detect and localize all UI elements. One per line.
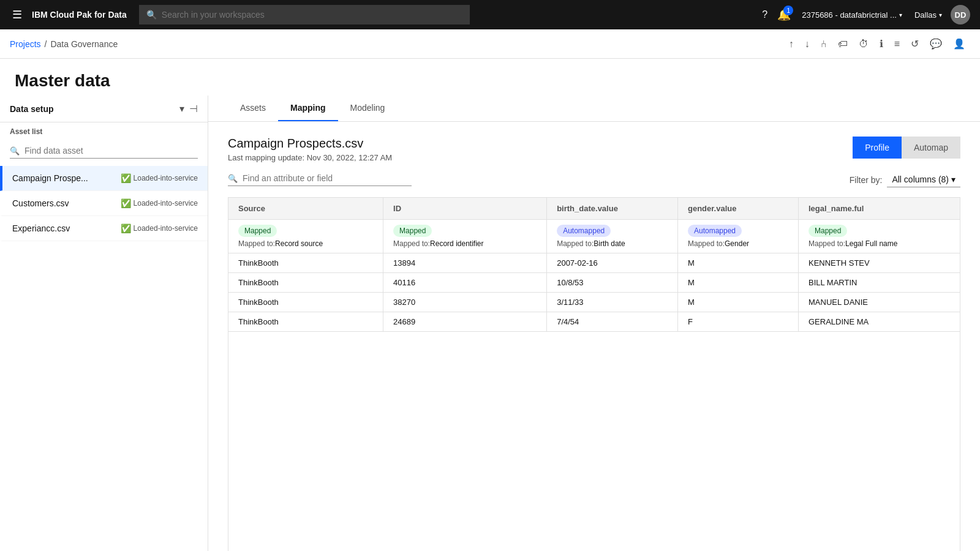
status-text-experiancc: Loaded-into-service — [134, 224, 198, 233]
attr-search-icon: 🔍 — [228, 174, 238, 183]
cell-source-3: ThinkBooth — [228, 312, 383, 332]
data-table-container[interactable]: Source ID birth_date.value gender.value … — [228, 197, 960, 551]
data-setup-title: Data setup — [10, 104, 54, 114]
list-icon[interactable]: ≡ — [889, 35, 905, 53]
cell-birth-date-1: 10/8/53 — [547, 273, 678, 293]
cell-birth-date-mapping: Automapped Mapped to:Birth date — [547, 220, 678, 253]
cell-legal-name-2: MANUEL DANIE — [799, 293, 960, 312]
search-icon: 🔍 — [146, 10, 157, 20]
mapped-to-id: Mapped to:Record identifier — [393, 239, 537, 248]
asset-item-experiancc[interactable]: Experiancc.csv ✅ Loaded-into-service — [0, 216, 208, 241]
status-text-campaign: Loaded-into-service — [134, 174, 198, 182]
tag-icon[interactable]: 🏷 — [833, 35, 853, 53]
col-source: Source — [228, 198, 383, 220]
table-mapping-row: Mapped Mapped to:Record source Mapped Ma… — [228, 220, 960, 253]
cell-id-mapping: Mapped Mapped to:Record identifier — [383, 220, 547, 253]
col-birth-date: birth_date.value — [547, 198, 678, 220]
upload-icon[interactable]: ↑ — [784, 35, 799, 53]
attr-search-input[interactable] — [243, 173, 390, 183]
mapped-to-source: Mapped to:Record source — [238, 239, 373, 248]
asset-item-customers[interactable]: Customers.csv ✅ Loaded-into-service — [0, 191, 208, 216]
col-gender: gender.value — [677, 198, 798, 220]
people-icon[interactable]: 👤 — [948, 34, 970, 53]
cell-id-0: 13894 — [383, 253, 547, 273]
table-row: ThinkBooth 38270 3/11/33 M MANUEL DANIE — [228, 293, 960, 312]
filter-select[interactable]: All columns (8) ▾ — [887, 172, 960, 187]
mapping-area: Campaign Prospects.csv Last mapping upda… — [208, 122, 980, 551]
history-icon[interactable]: ↺ — [906, 34, 924, 53]
left-panel: Data setup ▾ ⊣ Asset list 🔍 Campaign Pro… — [0, 96, 208, 551]
table-wrapper: Source ID birth_date.value gender.value … — [228, 197, 960, 551]
account-chevron-icon: ▾ — [899, 12, 902, 18]
table-row: ThinkBooth 13894 2007-02-16 M KENNETH ST… — [228, 253, 960, 273]
mapping-actions: Profile Automap — [853, 137, 960, 159]
filter-value: All columns (8) — [892, 174, 949, 184]
mapped-to-gender: Mapped to:Gender — [688, 239, 788, 248]
download-icon[interactable]: ↓ — [800, 35, 815, 53]
help-button[interactable]: ? — [760, 7, 770, 23]
automap-button[interactable]: Automap — [902, 137, 960, 159]
table-header-row: Source ID birth_date.value gender.value … — [228, 198, 960, 220]
asset-item-campaign[interactable]: Campaign Prospe... ✅ Loaded-into-service — [0, 166, 208, 191]
mapping-file-name: Campaign Prospects.csv — [228, 137, 392, 151]
collapse-panel-button[interactable]: ⊣ — [189, 103, 198, 114]
tab-mapping[interactable]: Mapping — [278, 96, 338, 121]
asset-list-label: Asset list — [0, 122, 208, 138]
info-icon[interactable]: ℹ — [875, 34, 888, 53]
hamburger-menu[interactable]: ☰ — [10, 6, 24, 24]
mapped-to-legal-name: Mapped to:Legal Full name — [809, 239, 950, 248]
cell-source-1: ThinkBooth — [228, 273, 383, 293]
filter-row: 🔍 Filter by: All columns (8) ▾ — [228, 172, 960, 187]
global-search-input[interactable] — [162, 10, 462, 20]
asset-search-box: 🔍 — [10, 146, 198, 159]
cell-legal-name-1: BILL MARTIN — [799, 273, 960, 293]
profile-button[interactable]: Profile — [853, 137, 902, 159]
account-selector[interactable]: 2375686 - datafabrictrial ... ▾ — [798, 10, 906, 20]
asset-status-experiancc: ✅ Loaded-into-service — [121, 223, 198, 233]
comment-icon[interactable]: 💬 — [925, 34, 947, 53]
breadcrumb-current: Data Governance — [50, 39, 118, 49]
filter-by: Filter by: All columns (8) ▾ — [850, 172, 960, 187]
cell-source-2: ThinkBooth — [228, 293, 383, 312]
asset-status-campaign: ✅ Loaded-into-service — [121, 173, 198, 183]
page-layout: Data setup ▾ ⊣ Asset list 🔍 Campaign Pro… — [0, 96, 980, 551]
breadcrumb-parent[interactable]: Projects — [10, 39, 41, 49]
cell-birth-date-3: 7/4/54 — [547, 312, 678, 332]
tabs-bar: Assets Mapping Modeling — [208, 96, 980, 122]
branch-icon[interactable]: ⑃ — [816, 35, 832, 53]
badge-gender-automapped: Automapped — [688, 225, 742, 237]
filter-label: Filter by: — [850, 175, 883, 185]
region-label: Dallas — [914, 10, 937, 20]
timer-icon[interactable]: ⏱ — [854, 35, 873, 53]
region-selector[interactable]: Dallas ▾ — [911, 10, 946, 20]
page-title: Master data — [15, 71, 965, 91]
mapping-last-update: Last mapping update: Nov 30, 2022, 12:27… — [228, 153, 392, 162]
asset-search-input[interactable] — [24, 146, 198, 156]
asset-name-campaign: Campaign Prospe... — [12, 173, 88, 183]
col-legal-name: legal_name.ful — [799, 198, 960, 220]
cell-source-0: ThinkBooth — [228, 253, 383, 273]
asset-list: Campaign Prospe... ✅ Loaded-into-service… — [0, 166, 208, 551]
cell-id-3: 24689 — [383, 312, 547, 332]
cell-source-mapping: Mapped Mapped to:Record source — [228, 220, 383, 253]
breadcrumb-separator: / — [45, 39, 47, 49]
cell-id-1: 40116 — [383, 273, 547, 293]
mapping-file-info: Campaign Prospects.csv Last mapping upda… — [228, 137, 392, 162]
cell-gender-mapping: Automapped Mapped to:Gender — [677, 220, 798, 253]
asset-name-experiancc: Experiancc.csv — [12, 223, 70, 233]
user-avatar[interactable]: DD — [951, 5, 970, 24]
badge-source-mapped: Mapped — [238, 225, 277, 237]
cell-birth-date-2: 3/11/33 — [547, 293, 678, 312]
nav-right: ? 🔔 1 2375686 - datafabrictrial ... ▾ Da… — [760, 5, 970, 24]
notifications-button[interactable]: 🔔 1 — [775, 6, 793, 24]
data-setup-dropdown[interactable]: ▾ — [179, 103, 184, 114]
asset-name-customers: Customers.csv — [12, 198, 69, 208]
notification-badge: 1 — [783, 6, 793, 15]
cell-legal-name-0: KENNETH STEV — [799, 253, 960, 273]
badge-id-mapped: Mapped — [393, 225, 432, 237]
col-id: ID — [383, 198, 547, 220]
page-header: Master data — [0, 59, 980, 96]
breadcrumb: Projects / Data Governance — [10, 39, 118, 49]
tab-assets[interactable]: Assets — [228, 96, 278, 121]
tab-modeling[interactable]: Modeling — [338, 96, 398, 121]
